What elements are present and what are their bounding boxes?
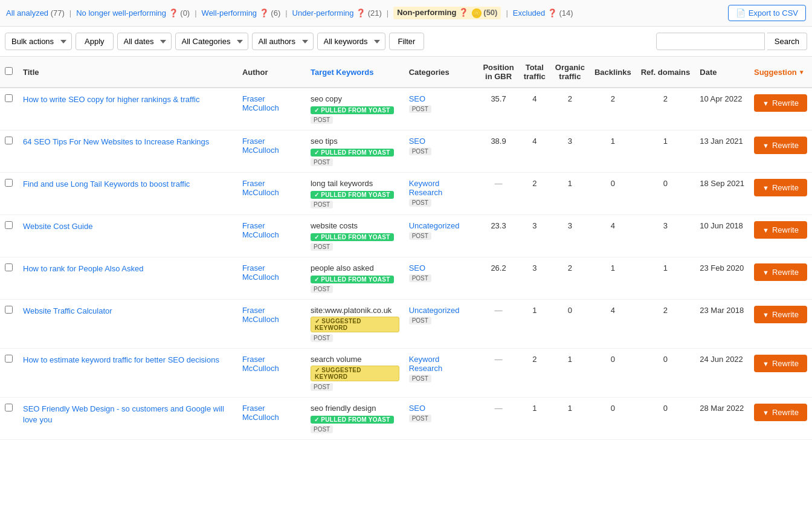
author-link[interactable]: Fraser McCulloch [242, 355, 279, 373]
keyword-tag: ✓ PULLED FROM YOAST [311, 191, 394, 199]
nav-well-performing[interactable]: Well-performing ❓ (6) [202, 8, 281, 18]
table-row: Website Traffic Calculator Fraser McCull… [0, 300, 812, 349]
dates-select[interactable]: All dates [117, 33, 172, 50]
post-type-tag: POST [311, 425, 333, 433]
backlinks-cell: 2 [590, 88, 636, 131]
category-post-tag: POST [409, 274, 431, 282]
row-checkbox-3[interactable] [5, 221, 13, 229]
select-all-checkbox[interactable] [5, 67, 13, 75]
search-area: Search [656, 33, 807, 50]
title-link[interactable]: Website Cost Guide [23, 222, 92, 231]
rewrite-button[interactable]: ▼ Rewrite [754, 263, 807, 281]
row-checkbox-1[interactable] [5, 137, 13, 144]
export-csv-button[interactable]: 📄 Export to CSV [728, 5, 806, 21]
keywords-select[interactable]: All keywords [317, 33, 385, 50]
author-cell: Fraser McCulloch [237, 300, 306, 349]
row-checkbox-4[interactable] [5, 263, 13, 271]
filter-button[interactable]: Filter [389, 33, 425, 50]
title-link[interactable]: SEO Friendly Web Design - so customers a… [23, 404, 224, 424]
category-link[interactable]: SEO [409, 404, 425, 413]
category-post-tag: POST [409, 232, 431, 240]
row-checkbox-0[interactable] [5, 94, 13, 102]
title-link[interactable]: 64 SEO Tips For New Websites to Increase… [23, 137, 209, 146]
row-checkbox-cell[interactable] [0, 398, 18, 440]
row-checkbox-6[interactable] [5, 355, 13, 363]
category-link[interactable]: Uncategorized [409, 306, 460, 315]
title-cell: How to rank for People Also Asked [18, 257, 237, 300]
position-cell: — [478, 398, 518, 440]
title-link[interactable]: Website Traffic Calculator [23, 306, 112, 315]
suggestion-cell: ▼ Rewrite [749, 215, 812, 257]
author-link[interactable]: Fraser McCulloch [242, 137, 279, 155]
title-link[interactable]: Find and use Long Tail Keywords to boost… [23, 179, 190, 189]
row-checkbox-cell[interactable] [0, 215, 18, 257]
rewrite-button[interactable]: ▼ Rewrite [754, 179, 807, 196]
rewrite-button[interactable]: ▼ Rewrite [754, 306, 807, 323]
select-all-header[interactable] [0, 57, 18, 88]
search-button[interactable]: Search [767, 33, 807, 50]
author-link[interactable]: Fraser McCulloch [242, 179, 279, 197]
title-link[interactable]: How to write SEO copy for higher ranking… [23, 95, 199, 104]
export-icon: 📄 [736, 8, 746, 18]
date-cell: 13 Jan 2021 [695, 131, 749, 173]
authors-select[interactable]: All authors [252, 33, 314, 50]
row-checkbox-2[interactable] [5, 179, 13, 187]
title-cell: Website Traffic Calculator [18, 300, 237, 349]
rewrite-button[interactable]: ▼ Rewrite [754, 221, 807, 239]
chevron-icon: ▼ [762, 409, 769, 416]
row-checkbox-cell[interactable] [0, 349, 18, 398]
row-checkbox-cell[interactable] [0, 300, 18, 349]
category-link[interactable]: Keyword Research [409, 179, 443, 197]
search-input[interactable] [656, 33, 765, 50]
nav-no-longer[interactable]: No longer well-performing ❓ (0) [76, 8, 190, 18]
title-cell: Website Cost Guide [18, 215, 237, 257]
nav-all-analyzed[interactable]: All analyzed (77) [6, 8, 65, 18]
row-checkbox-7[interactable] [5, 404, 13, 411]
category-post-tag: POST [409, 317, 431, 324]
category-cell: SEO POST [404, 131, 478, 173]
ref-domains-cell: 0 [636, 173, 695, 215]
col-backlinks: Backlinks [590, 57, 636, 88]
position-value: 35.7 [491, 94, 506, 103]
apply-button[interactable]: Apply [76, 33, 114, 50]
keyword-tag: ✓ SUGGESTED KEYWORD [311, 366, 399, 381]
ref-domains-cell: 2 [636, 300, 695, 349]
bulk-actions-select[interactable]: Bulk actions [5, 33, 72, 50]
col-suggestion[interactable]: Suggestion ▼ [749, 57, 812, 88]
backlinks-cell: 1 [590, 257, 636, 300]
category-link[interactable]: SEO [409, 94, 425, 103]
row-checkbox-cell[interactable] [0, 88, 18, 131]
suggestion-cell: ▼ Rewrite [749, 349, 812, 398]
title-link[interactable]: How to rank for People Also Asked [23, 264, 143, 273]
suggestion-cell: ▼ Rewrite [749, 300, 812, 349]
title-link[interactable]: How to estimate keyword traffic for bett… [23, 355, 219, 364]
category-link[interactable]: Keyword Research [409, 355, 443, 373]
traffic-cell: 2 [519, 349, 550, 398]
author-link[interactable]: Fraser McCulloch [242, 263, 279, 282]
row-checkbox-cell[interactable] [0, 173, 18, 215]
category-link[interactable]: Uncategorized [409, 221, 460, 230]
row-checkbox-5[interactable] [5, 306, 13, 314]
position-cell: 35.7 [478, 88, 518, 131]
category-link[interactable]: SEO [409, 137, 425, 146]
backlinks-cell: 1 [590, 131, 636, 173]
rewrite-button[interactable]: ▼ Rewrite [754, 94, 807, 112]
author-link[interactable]: Fraser McCulloch [242, 306, 279, 324]
category-link[interactable]: SEO [409, 263, 425, 273]
author-link[interactable]: Fraser McCulloch [242, 221, 279, 239]
nav-excluded[interactable]: Excluded ❓ (14) [513, 8, 573, 18]
rewrite-button[interactable]: ▼ Rewrite [754, 404, 807, 421]
row-checkbox-cell[interactable] [0, 257, 18, 300]
author-link[interactable]: Fraser McCulloch [242, 94, 279, 112]
categories-select[interactable]: All Categories [175, 33, 248, 50]
rewrite-button[interactable]: ▼ Rewrite [754, 137, 807, 154]
author-link[interactable]: Fraser McCulloch [242, 404, 279, 422]
nav-non-performing[interactable]: Non-performing ❓ 🪙 (50) [393, 7, 501, 19]
row-checkbox-cell[interactable] [0, 131, 18, 173]
rewrite-button[interactable]: ▼ Rewrite [754, 355, 807, 372]
chevron-icon: ▼ [762, 311, 769, 318]
organic-cell: 0 [550, 300, 590, 349]
traffic-cell: 3 [519, 215, 550, 257]
nav-under-performing[interactable]: Under-performing ❓ (21) [292, 8, 382, 18]
col-keywords[interactable]: Target Keywords [306, 57, 404, 88]
